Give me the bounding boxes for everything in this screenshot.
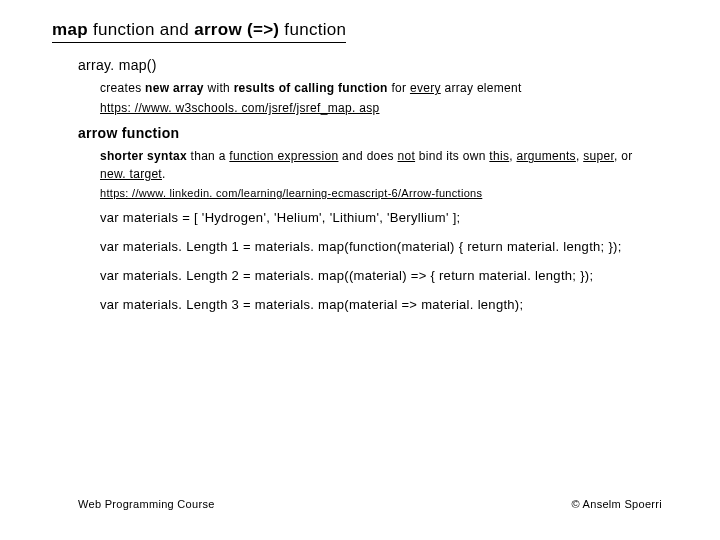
txt: , or [614, 149, 633, 163]
title-map: map [52, 20, 88, 39]
title-arrow: arrow (=>) [194, 20, 279, 39]
txt: , [509, 149, 516, 163]
arrow-link[interactable]: https: //www. linkedin. com/learning/lea… [100, 187, 720, 199]
arraymap-heading: array. map() [78, 57, 720, 73]
code-line-1: var materials = [ 'Hydrogen', 'Helium', … [100, 209, 670, 228]
slide: map function and arrow (=>) function arr… [0, 0, 720, 540]
code-line-4: var materials. Length 3 = materials. map… [100, 296, 670, 315]
txt: with [204, 81, 234, 95]
txt-bold: results of calling function [234, 81, 388, 95]
footer-left: Web Programming Course [78, 498, 215, 510]
title-text-1: function and [88, 20, 194, 39]
arraymap-link[interactable]: https: //www. w3schools. com/jsref/jsref… [100, 101, 720, 115]
txt-under: this [489, 149, 509, 163]
txt-under: arguments [517, 149, 576, 163]
slide-title: map function and arrow (=>) function [52, 20, 346, 43]
txt: creates [100, 81, 145, 95]
txt: array element [441, 81, 522, 95]
txt-under: function expression [229, 149, 338, 163]
txt: bind its own [415, 149, 489, 163]
footer: Web Programming Course © Anselm Spoerri [78, 498, 662, 510]
code-line-3: var materials. Length 2 = materials. map… [100, 267, 670, 286]
arrow-desc: shorter syntax than a function expressio… [100, 147, 660, 183]
txt-under: super [583, 149, 614, 163]
txt-under: new. target [100, 167, 162, 181]
txt: for [388, 81, 410, 95]
arraymap-desc: creates new array with results of callin… [100, 79, 660, 97]
footer-right: © Anselm Spoerri [571, 498, 662, 510]
txt-bold: shorter syntax [100, 149, 187, 163]
txt: and does [338, 149, 397, 163]
txt-under: not [398, 149, 416, 163]
code-line-2: var materials. Length 1 = materials. map… [100, 238, 670, 257]
txt-bold: new array [145, 81, 204, 95]
txt: than a [187, 149, 229, 163]
txt: . [162, 167, 166, 181]
txt-under: every [410, 81, 441, 95]
arrow-heading: arrow function [78, 125, 720, 141]
title-text-2: function [279, 20, 346, 39]
